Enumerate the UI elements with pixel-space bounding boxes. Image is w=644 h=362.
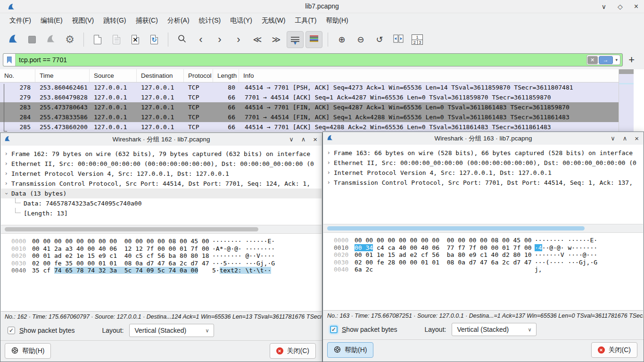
chevron-right-icon[interactable]: › [323,158,334,168]
maximize-icon[interactable]: ∧ [623,135,627,142]
zoom-reset-button[interactable]: ↺ [371,31,388,48]
scrollbar-thumb[interactable] [5,227,258,231]
table-row[interactable]: 285255.473860200 127.0.0.1127.0.0.1 TCP6… [0,122,619,132]
close-file-button[interactable]: ✕ [127,31,144,48]
chevron-right-icon[interactable]: › [1,179,11,189]
menu-item-wireless[interactable]: 无线(W) [257,14,290,27]
column-header-source[interactable]: Source [90,69,137,82]
column-header-protocol[interactable]: Protocol [184,69,213,82]
layout-select[interactable]: Vertical (Stacked) ∨ [452,323,537,336]
restart-capture-button[interactable] [42,31,59,48]
menu-item-view[interactable]: 视图(V) [67,14,99,27]
tree-row-data[interactable]: ›Data (13 bytes) [1,189,322,198]
go-back-button[interactable]: ‹ [192,31,209,48]
horizontal-scrollbar[interactable] [1,225,322,234]
chevron-right-icon[interactable]: › [323,178,334,188]
close-button[interactable]: ✕ 关闭(C) [270,343,316,359]
hex-row[interactable]: 002000 01 ad e2 1e 15 e9 c1 40 c5 cf 56 … [11,252,322,260]
hex-row[interactable]: 003002 00 fe 35 00 00 01 01 08 0a d7 47 … [11,260,322,267]
minimize-icon[interactable]: ∨ [611,135,615,142]
close-icon[interactable]: × [634,2,638,11]
colorize-packets-button[interactable] [305,31,322,48]
minimize-icon[interactable]: ∨ [602,3,606,10]
close-button[interactable]: ✕ 关闭(C) [591,342,637,358]
tree-row-data-length[interactable]: [Length: 13] [1,208,322,218]
help-button[interactable]: 帮助(H) [5,343,51,359]
column-header-time[interactable]: Time [35,69,90,82]
filter-apply-button[interactable]: → [599,56,613,64]
menu-item-tools[interactable]: 工具(T) [290,14,321,27]
zoom-in-button[interactable]: ⊕ [333,31,350,48]
menu-item-statistics[interactable]: 统计(S) [194,14,226,27]
first-packet-button[interactable]: ≪ [249,31,266,48]
filter-text-input[interactable] [16,56,204,64]
tree-row-tcp[interactable]: ›Transmission Control Protocol, Src Port… [323,178,643,188]
hex-row[interactable]: 000000 00 00 00 00 00 00 00 00 00 00 00 … [334,237,643,244]
scrollbar-thumb[interactable] [327,226,585,230]
column-header-destination[interactable]: Destination [137,69,184,82]
filter-clear-button[interactable]: ✕ [587,56,598,64]
packet-list-scrollbar[interactable] [619,69,634,132]
tree-row-ethernet[interactable]: ›Ethernet II, Src: 00:00:00_00:00:00 (00… [323,158,643,168]
tree-row-tcp[interactable]: ›Transmission Control Protocol, Src Port… [1,179,322,189]
filter-dropdown-caret[interactable]: ▾ [614,58,620,62]
table-row[interactable]: 283255.473780643 127.0.0.1127.0.0.1 TCP6… [0,102,619,112]
menu-item-help[interactable]: 帮助(H) [321,14,353,27]
table-row[interactable]: 284255.473833586 127.0.0.1127.0.0.1 TCP6… [0,112,619,122]
capture-options-button[interactable]: ⚙ [61,31,78,48]
tree-row-data-value[interactable]: Data: 74657874323a5c74095c740a00 [1,198,322,208]
auto-scroll-button[interactable]: ▼ [287,31,304,48]
show-packet-bytes-checkbox[interactable]: ✓ [330,326,338,333]
menu-item-analyze[interactable]: 分析(A) [163,14,194,27]
go-forward-button[interactable]: › [211,31,228,48]
show-packet-bytes-checkbox[interactable]: ✓ [8,327,15,334]
hex-dump[interactable]: 000000 00 00 00 00 00 00 00 00 00 00 00 … [1,234,322,311]
column-header-length[interactable]: Length [213,69,239,82]
menu-item-file[interactable]: 文件(F) [5,14,36,27]
layout-button[interactable]: 1 23 [409,31,426,48]
menu-item-capture[interactable]: 捕获(C) [131,14,162,27]
last-packet-button[interactable]: ≫ [268,31,285,48]
tree-row-frame[interactable]: ›Frame 162: 79 bytes on wire (632 bits),… [1,149,322,159]
chevron-right-icon[interactable]: › [1,159,11,169]
find-packet-button[interactable] [173,31,190,48]
start-capture-button[interactable] [5,31,22,48]
minimize-icon[interactable]: ∨ [289,136,294,143]
tree-row-frame[interactable]: ›Frame 163: 66 bytes on wire (528 bits),… [323,148,643,158]
hex-row[interactable]: 000000 00 00 00 00 00 00 00 00 00 00 00 … [11,238,322,245]
help-button[interactable]: 帮助(H) [327,342,373,358]
hex-row[interactable]: 001000 41 2a a3 40 00 40 06 12 12 7f 00 … [11,245,322,253]
go-to-packet-button[interactable]: › [230,31,247,48]
column-header-info[interactable]: Info [239,69,619,82]
close-icon[interactable]: × [635,134,639,142]
chevron-right-icon[interactable]: › [1,149,11,159]
hex-row[interactable]: 003002 00 fe 28 00 00 01 01 08 0a d7 47 … [334,259,643,266]
tree-row-ip[interactable]: ›Internet Protocol Version 4, Src: 127.0… [323,168,643,178]
chevron-right-icon[interactable]: › [323,148,334,158]
save-file-button[interactable] [108,31,125,48]
table-row[interactable]: 279253.860479828 127.0.0.1127.0.0.1 TCP6… [0,92,619,102]
chevron-right-icon[interactable]: › [1,169,11,179]
open-file-button[interactable] [89,31,106,48]
hex-dump[interactable]: 000000 00 00 00 00 00 00 00 00 00 00 00 … [323,233,643,310]
tree-row-ethernet[interactable]: ›Ethernet II, Src: 00:00:00_00:00:00 (00… [1,159,322,169]
hex-row[interactable]: 001000 34 c4 ca 40 00 40 06 77 f7 7f 00 … [334,244,643,252]
hex-row[interactable]: 002000 01 1e 15 ad e2 cf 56 ba 80 e9 c1 … [334,251,643,259]
hex-row[interactable]: 004035 cf 74 65 78 74 32 3a 5c 74 09 5c … [11,267,322,274]
scrollbar-thumb[interactable] [619,69,634,74]
reload-file-button[interactable]: ↻ [146,31,163,48]
menu-item-go[interactable]: 跳转(G) [99,14,131,27]
display-filter-input[interactable]: ✕ → ▾ [3,53,623,66]
column-header-no[interactable]: No. [0,69,35,82]
hex-row[interactable]: 00406a 2cj, [334,266,643,273]
horizontal-scrollbar[interactable] [323,224,643,233]
close-icon[interactable]: × [313,135,317,143]
filter-bookmark-button[interactable] [3,54,16,66]
tree-row-ip[interactable]: ›Internet Protocol Version 4, Src: 127.0… [1,169,322,179]
menu-item-edit[interactable]: 编辑(E) [36,14,67,27]
resize-columns-button[interactable] [390,31,407,48]
chevron-down-icon[interactable]: › [1,189,11,199]
maximize-icon[interactable]: ∧ [301,136,306,143]
stop-capture-button[interactable] [24,31,41,48]
table-row[interactable]: 278253.860462461 127.0.0.1127.0.0.1 TCP8… [0,82,619,92]
